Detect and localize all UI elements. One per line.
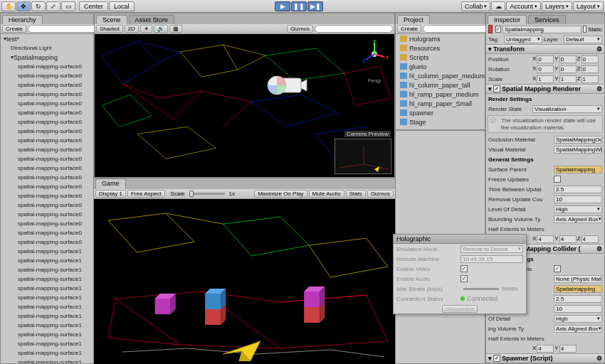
move-tool[interactable]: ✥	[16, 1, 31, 11]
bounding-volume[interactable]: Axis Aligned Box	[554, 215, 602, 223]
bitrate-slider[interactable]	[463, 288, 499, 290]
layer-dropdown[interactable]: Default	[564, 36, 602, 43]
gizmos-toggle[interactable]: Gizmos	[287, 25, 313, 33]
aspect-select[interactable]: Free Aspect	[127, 190, 165, 198]
renderer-header[interactable]: Spatial Mapping Renderer	[502, 85, 581, 92]
emulation-mode[interactable]: Remote to Device	[461, 245, 523, 253]
project-list[interactable]: HologramsResourcesScriptsgluetohl_column…	[396, 34, 485, 129]
hierarchy-list[interactable]: ▾ test* Directional Light ▾ Spatialmappi…	[1, 34, 93, 363]
pivot-toggle[interactable]: Center	[79, 1, 108, 11]
hierarchy-surface-item[interactable]: spatial-mapping-surface1	[1, 265, 93, 274]
static-checkbox[interactable]	[583, 26, 586, 33]
hierarchy-tab[interactable]: Hierarchy	[2, 15, 43, 24]
hierarchy-surface-item[interactable]: spatial-mapping-surface0	[1, 90, 93, 99]
time-between[interactable]: 2.5	[554, 186, 602, 193]
enable-video[interactable]	[461, 265, 468, 272]
orientation-gizmo[interactable]: xyz Persp	[360, 40, 389, 68]
inspector-tab[interactable]: Inspector	[488, 15, 527, 24]
scene-view[interactable]: xyz Persp Camera Preview	[95, 34, 394, 177]
spawner-header[interactable]: Spawner (Script)	[502, 355, 553, 362]
occlusion-material[interactable]: SpatialMappingOc	[554, 136, 602, 144]
hierarchy-surface-item[interactable]: spatial-mapping-surface0	[1, 164, 93, 173]
project-item[interactable]: glueto	[396, 62, 485, 71]
hierarchy-surface-item[interactable]: spatial-mapping-surface1	[1, 358, 93, 363]
position-fields[interactable]: XYZ	[532, 55, 602, 63]
lod[interactable]: High	[554, 205, 602, 213]
hierarchy-surface-item[interactable]: spatial-mapping-surface1	[1, 348, 93, 358]
hierarchy-surface-item[interactable]: spatial-mapping-surface0	[1, 219, 93, 228]
surface-parent[interactable]: Spatialmapping	[554, 166, 602, 173]
project-item[interactable]: hl_ramp_paper_Small	[396, 99, 485, 108]
hierarchy-surface-item[interactable]: spatial-mapping-surface0	[1, 154, 93, 164]
cloud-button[interactable]: ☁	[491, 1, 505, 11]
play-button[interactable]: ▶	[275, 1, 290, 11]
enable-audio[interactable]	[461, 275, 468, 282]
layers-dropdown[interactable]: Layers	[542, 1, 572, 11]
shading-mode[interactable]: Shaded	[96, 25, 123, 33]
game-view[interactable]	[94, 199, 395, 364]
holographic-header[interactable]: Holographic	[394, 235, 526, 244]
object-name-field[interactable]	[503, 26, 582, 33]
hierarchy-surface-item[interactable]: spatial-mapping-surface0	[1, 210, 93, 219]
project-item[interactable]: Scripts	[396, 53, 485, 62]
services-tab[interactable]: Services	[528, 15, 566, 24]
hierarchy-surface-item[interactable]: spatial-mapping-surface1	[1, 302, 93, 311]
half-extents[interactable]: XYZ	[532, 235, 602, 243]
hierarchy-surface-item[interactable]: spatial-mapping-surface1	[1, 330, 93, 339]
hierarchy-item[interactable]: Directional Light	[1, 43, 93, 53]
maximize-toggle[interactable]: Maximize On Play	[254, 190, 307, 198]
hand-tool[interactable]: ✋	[1, 1, 16, 11]
project-item[interactable]: hl_column_paper_medium	[396, 71, 485, 80]
hierarchy-surface-item[interactable]: spatial-mapping-surface0	[1, 99, 93, 108]
layout-dropdown[interactable]: Layout	[573, 1, 604, 11]
hierarchy-surface-item[interactable]: spatial-mapping-surface0	[1, 200, 93, 210]
disconnect-button[interactable]: Disconnect	[442, 305, 478, 313]
hierarchy-surface-item[interactable]: spatial-mapping-surface0	[1, 117, 93, 127]
project-item[interactable]: Holograms	[396, 34, 485, 43]
step-button[interactable]: ▶❚	[307, 1, 323, 11]
rotate-tool[interactable]: ↻	[31, 1, 46, 11]
game-tab[interactable]: Game	[95, 178, 126, 189]
project-item[interactable]: hl_ramp_paper_medium	[396, 90, 485, 99]
scale-fields[interactable]: XYZ	[532, 75, 602, 83]
hierarchy-surface-item[interactable]: spatial-mapping-surface0	[1, 136, 93, 145]
display-select[interactable]: Display 1	[95, 190, 126, 198]
hierarchy-surface-item[interactable]: spatial-mapping-surface1	[1, 274, 93, 284]
scale-slider[interactable]	[189, 193, 225, 195]
hierarchy-surface-item[interactable]: spatial-mapping-surface1	[1, 321, 93, 330]
renderer-enable[interactable]	[493, 85, 500, 92]
hierarchy-surface-item[interactable]: spatial-mapping-surface0	[1, 127, 93, 136]
stats-toggle[interactable]: Stats	[346, 190, 366, 198]
collab-dropdown[interactable]: Collab	[461, 1, 491, 11]
render-state[interactable]: Visualization	[532, 105, 602, 113]
hierarchy-surface-item[interactable]: spatial-mapping-surface1	[1, 247, 93, 256]
2d-toggle[interactable]: 2D	[125, 25, 139, 33]
hierarchy-surface-item[interactable]: spatial-mapping-surface0	[1, 145, 93, 154]
enable-collisions[interactable]	[554, 265, 561, 272]
hierarchy-surface-item[interactable]: spatial-mapping-surface0	[1, 237, 93, 247]
tag-dropdown[interactable]: Untagged	[504, 36, 542, 43]
project-item[interactable]: spawner	[396, 108, 485, 117]
hierarchy-surface-item[interactable]: spatial-mapping-surface0	[1, 228, 93, 237]
space-toggle[interactable]: Local	[109, 1, 135, 11]
hierarchy-surface-item[interactable]: spatial-mapping-surface0	[1, 173, 93, 182]
hierarchy-surface-item[interactable]: spatial-mapping-surface0	[1, 191, 93, 200]
rect-tool[interactable]: ▭	[61, 1, 75, 11]
hierarchy-surface-item[interactable]: spatial-mapping-surface0	[1, 71, 93, 80]
hierarchy-create[interactable]: Create	[2, 25, 26, 33]
hierarchy-surface-item[interactable]: spatial-mapping-surface1	[1, 339, 93, 348]
scale-tool[interactable]: ⤢	[46, 1, 60, 11]
project-item[interactable]: Resources	[396, 43, 485, 53]
project-item[interactable]: hl_column_paper_tall	[396, 80, 485, 90]
collider-parent[interactable]: Spatialmapping	[554, 285, 602, 293]
visual-material[interactable]: SpatialMappingWi	[554, 146, 602, 154]
hierarchy-surface-item[interactable]: spatial-mapping-surface1	[1, 284, 93, 293]
audio-toggle[interactable]: 🔊	[154, 25, 168, 33]
transform-header[interactable]: Transform	[493, 46, 525, 53]
hierarchy-surface-item[interactable]: spatial-mapping-surface1	[1, 293, 93, 302]
scene-root[interactable]: ▾ test*	[1, 34, 93, 43]
removal-count[interactable]: 10	[554, 196, 602, 203]
hierarchy-surface-item[interactable]: spatial-mapping-surface0	[1, 108, 93, 117]
hierarchy-surface-item[interactable]: spatial-mapping-surface1	[1, 256, 93, 265]
mute-toggle[interactable]: Mute Audio	[309, 190, 344, 198]
